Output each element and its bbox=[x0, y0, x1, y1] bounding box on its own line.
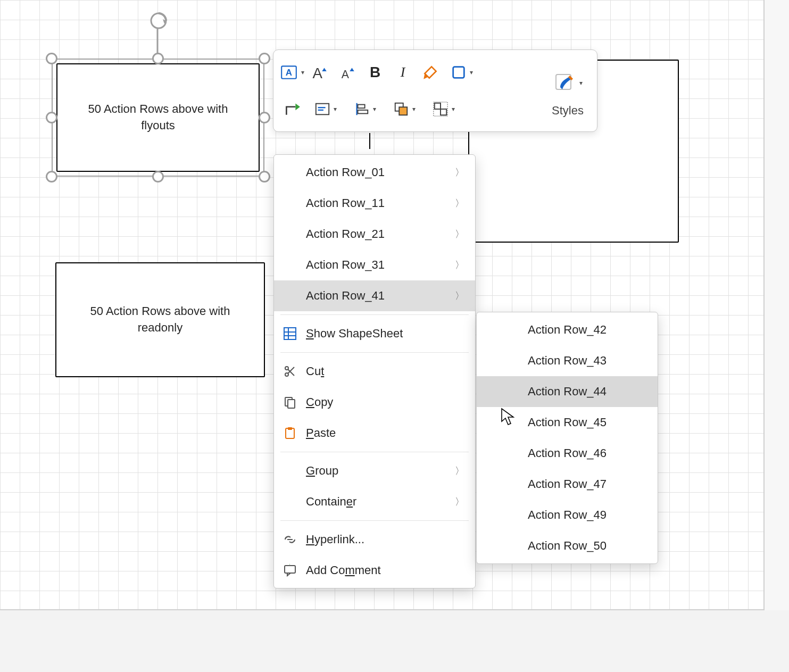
chevron-right-icon: 〉 bbox=[455, 228, 464, 240]
chevron-right-icon: 〉 bbox=[455, 289, 464, 302]
menu-label: Container bbox=[306, 495, 447, 509]
submenu-label: Action Row_49 bbox=[528, 508, 607, 522]
menu-item-action-row-21[interactable]: Action Row_21 〉 bbox=[274, 219, 475, 250]
svg-rect-27 bbox=[288, 427, 292, 430]
handle-e[interactable] bbox=[259, 112, 270, 123]
shape-connector-stub bbox=[369, 133, 370, 149]
handle-nw[interactable] bbox=[46, 53, 57, 64]
submenu-label: Action Row_46 bbox=[528, 446, 607, 460]
submenu-label: Action Row_45 bbox=[528, 416, 607, 429]
svg-rect-13 bbox=[399, 107, 407, 115]
svg-text:+: + bbox=[288, 564, 292, 567]
chevron-right-icon: 〉 bbox=[455, 259, 464, 271]
copy-icon bbox=[281, 396, 298, 409]
rotation-handle[interactable] bbox=[148, 11, 169, 34]
menu-item-action-row-31[interactable]: Action Row_31 〉 bbox=[274, 250, 475, 280]
italic-button[interactable]: I bbox=[389, 56, 416, 88]
scissors-icon bbox=[281, 365, 298, 378]
chevron-right-icon: 〉 bbox=[455, 197, 464, 210]
arrange-front-button[interactable]: ▾ bbox=[385, 93, 423, 125]
submenu-item-row-44[interactable]: Action Row_44 bbox=[477, 376, 658, 407]
menu-item-container[interactable]: Container 〉 bbox=[274, 486, 475, 517]
menu-item-action-row-11[interactable]: Action Row_11 〉 bbox=[274, 188, 475, 219]
menu-item-group[interactable]: Group 〉 bbox=[274, 455, 475, 486]
menu-item-copy[interactable]: Copy bbox=[274, 387, 475, 418]
shape-readonly-text: 50 Action Rows above with readonly bbox=[67, 303, 253, 336]
handle-n[interactable] bbox=[152, 53, 164, 64]
handle-w[interactable] bbox=[46, 112, 57, 123]
menu-label: Action Row_31 bbox=[306, 258, 447, 272]
submenu-item-row-47[interactable]: Action Row_47 bbox=[477, 469, 658, 500]
styles-button[interactable]: ▾ bbox=[549, 64, 586, 102]
format-painter-button[interactable] bbox=[417, 56, 444, 88]
chevron-right-icon: 〉 bbox=[455, 464, 464, 477]
handle-s[interactable] bbox=[152, 171, 164, 182]
menu-item-add-comment[interactable]: + Add Comment bbox=[274, 555, 475, 586]
chevron-down-icon: ▾ bbox=[373, 105, 376, 113]
handle-se[interactable] bbox=[259, 171, 270, 182]
menu-separator bbox=[280, 314, 469, 315]
svg-text:A: A bbox=[313, 65, 323, 81]
chevron-down-icon: ▾ bbox=[301, 69, 304, 76]
menu-label: Action Row_01 bbox=[306, 165, 447, 179]
menu-separator bbox=[280, 452, 469, 452]
chevron-down-icon: ▾ bbox=[452, 105, 455, 113]
submenu-item-row-46[interactable]: Action Row_46 bbox=[477, 438, 658, 469]
connector-type-button[interactable] bbox=[279, 93, 305, 125]
submenu-item-row-49[interactable]: Action Row_49 bbox=[477, 500, 658, 530]
svg-rect-28 bbox=[285, 566, 295, 573]
text-align-button[interactable]: ▾ bbox=[306, 93, 345, 125]
menu-item-action-row-41[interactable]: Action Row_41 〉 bbox=[274, 280, 475, 311]
styles-label: Styles bbox=[552, 104, 584, 118]
submenu-label: Action Row_44 bbox=[528, 385, 607, 399]
handle-sw[interactable] bbox=[46, 171, 57, 182]
menu-label: Action Row_21 bbox=[306, 227, 447, 241]
menu-item-action-row-01[interactable]: Action Row_01 〉 bbox=[274, 157, 475, 188]
submenu-label: Action Row_50 bbox=[528, 539, 607, 553]
ui-background bbox=[0, 610, 789, 672]
align-shapes-button[interactable]: ▾ bbox=[346, 93, 384, 125]
chevron-down-icon: ▾ bbox=[470, 69, 473, 76]
increase-font-button[interactable]: A bbox=[306, 56, 333, 88]
submenu-label: Action Row_47 bbox=[528, 477, 607, 491]
edit-text-button[interactable]: A ▾ bbox=[279, 56, 305, 88]
chevron-right-icon: 〉 bbox=[455, 166, 464, 179]
svg-text:A: A bbox=[342, 68, 350, 81]
context-menu: Action Row_01 〉 Action Row_11 〉 Action R… bbox=[273, 154, 476, 588]
menu-separator bbox=[280, 352, 469, 353]
menu-label: Copy bbox=[306, 395, 464, 409]
svg-rect-10 bbox=[358, 104, 365, 108]
menu-label: Action Row_41 bbox=[306, 289, 447, 303]
submenu-item-row-43[interactable]: Action Row_43 bbox=[477, 345, 658, 376]
submenu-action-row-41: Action Row_42 Action Row_43 Action Row_4… bbox=[476, 312, 658, 564]
submenu-item-row-45[interactable]: Action Row_45 bbox=[477, 407, 658, 438]
svg-rect-6 bbox=[316, 103, 329, 114]
menu-item-paste[interactable]: Paste bbox=[274, 418, 475, 449]
handle-ne[interactable] bbox=[259, 53, 270, 64]
shape-fill-button[interactable]: ▾ bbox=[445, 56, 479, 88]
menu-item-cut[interactable]: Cut bbox=[274, 356, 475, 387]
svg-rect-14 bbox=[435, 103, 441, 109]
menu-label: Action Row_11 bbox=[306, 196, 447, 210]
menu-separator bbox=[280, 520, 469, 521]
menu-item-show-shapesheet[interactable]: Show ShapeSheet bbox=[274, 318, 475, 349]
menu-label: Cut bbox=[306, 364, 464, 378]
link-icon bbox=[281, 534, 298, 545]
bold-button[interactable]: B bbox=[362, 56, 388, 88]
submenu-item-row-50[interactable]: Action Row_50 bbox=[477, 530, 658, 561]
svg-rect-15 bbox=[441, 109, 446, 115]
shape-flyouts[interactable]: 50 Action Rows above with flyouts bbox=[53, 60, 263, 175]
shape-readonly[interactable]: 50 Action Rows above with readonly bbox=[55, 262, 265, 377]
chevron-right-icon: 〉 bbox=[455, 495, 464, 508]
svg-rect-5 bbox=[453, 67, 464, 78]
submenu-label: Action Row_43 bbox=[528, 354, 607, 368]
shapesheet-icon bbox=[281, 327, 298, 341]
menu-label: Paste bbox=[306, 426, 464, 440]
menu-item-hyperlink[interactable]: Hyperlink... bbox=[274, 524, 475, 555]
submenu-item-row-42[interactable]: Action Row_42 bbox=[477, 314, 658, 345]
group-objects-button[interactable]: ▾ bbox=[425, 93, 463, 125]
svg-rect-25 bbox=[288, 400, 295, 408]
decrease-font-button[interactable]: A bbox=[334, 56, 361, 88]
chevron-down-icon: ▾ bbox=[412, 105, 416, 113]
chevron-down-icon: ▾ bbox=[334, 105, 337, 113]
